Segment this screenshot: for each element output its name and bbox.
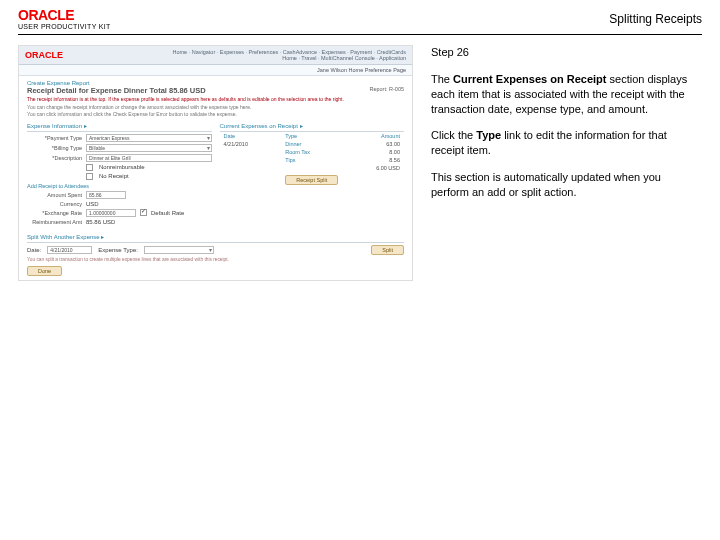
done-button[interactable]: Done (27, 266, 62, 276)
page-title: Splitting Receipts (609, 12, 702, 30)
default-rate-checkbox[interactable] (140, 209, 147, 216)
divider (18, 34, 702, 35)
billing-type-label: *Billing Type (27, 145, 82, 151)
reimbursement-value: 85.86 USD (86, 219, 115, 225)
instruction-p2: Click the Type link to edit the informat… (431, 128, 691, 158)
report-id: Report: R-005 (369, 86, 404, 95)
table-row: 6.00 USD (220, 164, 405, 172)
brand-logo-main: ORACLE (18, 8, 111, 23)
no-receipt-checkbox[interactable] (86, 173, 93, 180)
split-type-select[interactable] (144, 246, 214, 254)
breadcrumb: Create Expense Report (19, 76, 412, 86)
exchange-rate-label: *Exchange Rate (27, 210, 82, 216)
app-top-nav-line2: Home · Travel · MultiChannel Console · A… (172, 55, 406, 61)
currency-value: USD (86, 201, 99, 207)
step-label: Step 26 (431, 45, 691, 60)
receipt-split-button[interactable]: Receipt Split (285, 175, 338, 185)
type-link[interactable]: Tips (281, 156, 343, 164)
payment-type-label: *Payment Type (27, 135, 82, 141)
table-row: Tips8.56 (220, 156, 405, 164)
exchange-rate-input[interactable]: 1.00000000 (86, 209, 136, 217)
receipt-items-table: Date Type Amount 4/21/2010Dinner63.00 Ro… (220, 132, 405, 172)
reimbursement-label: Reimbursement Amt (27, 219, 82, 225)
description-input[interactable]: Dinner at Elite Grill (86, 154, 212, 162)
instruction-panel: Step 26 The Current Expenses on Receipt … (431, 45, 691, 281)
brand-logo-sub: USER PRODUCTIVITY KIT (18, 23, 111, 30)
app-submenu: Jane Wilson Home Preference Page (19, 65, 412, 76)
default-rate-label: Default Rate (151, 210, 184, 216)
amount-spent-input[interactable]: 85.86 (86, 191, 126, 199)
instruction-p1: The Current Expenses on Receipt section … (431, 72, 691, 117)
split-date-label: Date: (27, 247, 41, 253)
nonreimbursable-checkbox[interactable] (86, 164, 93, 171)
brand-logo: ORACLE USER PRODUCTIVITY KIT (18, 8, 111, 30)
table-row: 4/21/2010Dinner63.00 (220, 140, 405, 148)
expense-info-header[interactable]: Expense Information ▸ (27, 120, 212, 132)
col-amount[interactable]: Amount (343, 132, 404, 140)
split-section-header[interactable]: Split With Another Expense ▸ (27, 231, 404, 243)
col-date[interactable]: Date (220, 132, 282, 140)
split-type-label: Expense Type: (98, 247, 138, 253)
type-link[interactable] (281, 164, 343, 172)
type-link[interactable]: Dinner (281, 140, 343, 148)
currency-label: Currency (27, 201, 82, 207)
payment-type-select[interactable]: American Express (86, 134, 212, 142)
app-top-nav: Home · Navigator · Expenses · Preference… (172, 49, 406, 61)
no-receipt-label: No Receipt (99, 173, 129, 179)
amount-spent-label: Amount Spent (27, 192, 82, 198)
instruction-p3: This section is automatically updated wh… (431, 170, 691, 200)
section-title: Receipt Detail for Expense Dinner Total … (27, 86, 206, 95)
nonreimbursable-label: Nonreimbursable (99, 164, 145, 170)
app-screenshot: ORACLE Home · Navigator · Expenses · Pre… (18, 45, 413, 281)
attendees-subheader[interactable]: Add Receipt to Attendees (27, 183, 212, 189)
split-date-input[interactable]: 4/21/2010 (47, 246, 92, 254)
col-type[interactable]: Type (281, 132, 343, 140)
type-link[interactable]: Room Tax (281, 148, 343, 156)
description-label: *Description (27, 155, 82, 161)
current-expenses-header[interactable]: Current Expenses on Receipt ▸ (220, 120, 405, 132)
table-row: Room Tax8.00 (220, 148, 405, 156)
info-text-3: You can click information and click the … (19, 112, 412, 120)
app-logo: ORACLE (25, 50, 63, 60)
split-button[interactable]: Split (371, 245, 404, 255)
billing-type-select[interactable]: Billable (86, 144, 212, 152)
